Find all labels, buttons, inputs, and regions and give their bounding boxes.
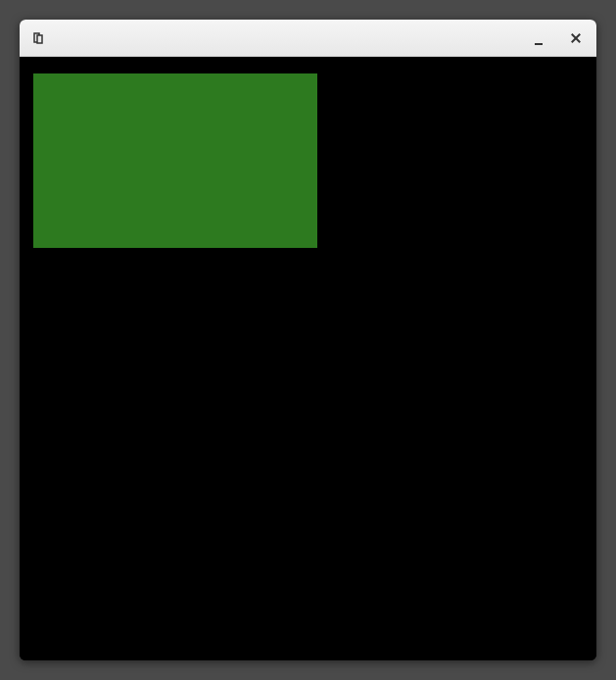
app-icon: [33, 32, 43, 44]
titlebar-controls: [532, 31, 583, 45]
canvas-area[interactable]: [20, 57, 596, 660]
green-rectangle: [33, 73, 317, 248]
window-titlebar[interactable]: [20, 20, 596, 57]
svg-rect-1: [37, 35, 42, 43]
close-button[interactable]: [569, 31, 583, 45]
application-window: [20, 20, 596, 660]
minimize-button[interactable]: [532, 31, 545, 45]
titlebar-left: [33, 32, 43, 44]
